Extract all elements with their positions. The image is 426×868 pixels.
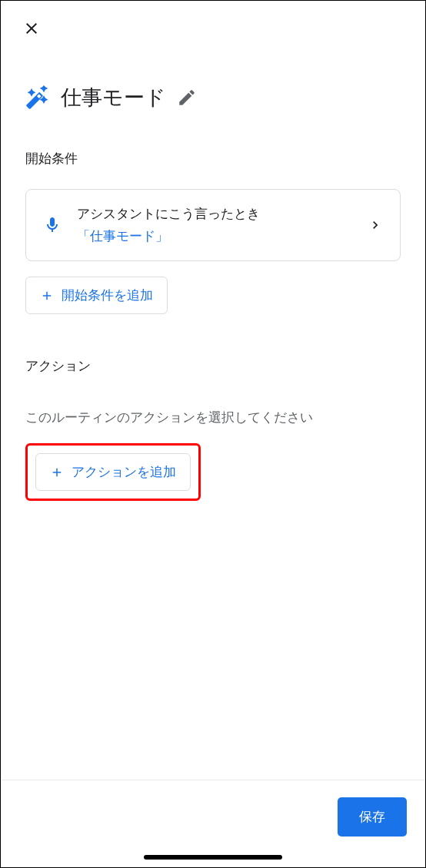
page-title: 仕事モード: [61, 84, 166, 111]
highlight-annotation: アクションを追加: [25, 443, 201, 501]
add-starter-button[interactable]: 開始条件を追加: [25, 277, 168, 314]
title-row: 仕事モード: [1, 41, 425, 111]
close-icon: [22, 19, 41, 40]
plus-icon: [50, 465, 64, 479]
starter-card[interactable]: アシスタントにこう言ったとき 「仕事モード」: [25, 189, 401, 261]
starter-phrase: 「仕事モード」: [77, 227, 352, 245]
edit-icon[interactable]: [177, 88, 197, 108]
starters-heading: 開始条件: [25, 150, 401, 167]
add-action-label: アクションを追加: [72, 463, 176, 481]
wand-icon: [25, 85, 50, 110]
close-button[interactable]: [22, 19, 41, 40]
home-indicator: [144, 855, 282, 860]
mic-icon: [43, 216, 62, 234]
footer: 保存: [1, 780, 425, 867]
starter-title: アシスタントにこう言ったとき: [77, 205, 352, 223]
chevron-right-icon: [368, 217, 383, 233]
add-action-button[interactable]: アクションを追加: [35, 453, 191, 491]
plus-icon: [40, 289, 54, 303]
starter-text-block: アシスタントにこう言ったとき 「仕事モード」: [77, 205, 352, 245]
actions-heading: アクション: [25, 357, 401, 375]
actions-description: このルーティンのアクションを選択してください: [25, 409, 401, 426]
save-button[interactable]: 保存: [338, 797, 407, 837]
add-starter-label: 開始条件を追加: [62, 287, 153, 304]
